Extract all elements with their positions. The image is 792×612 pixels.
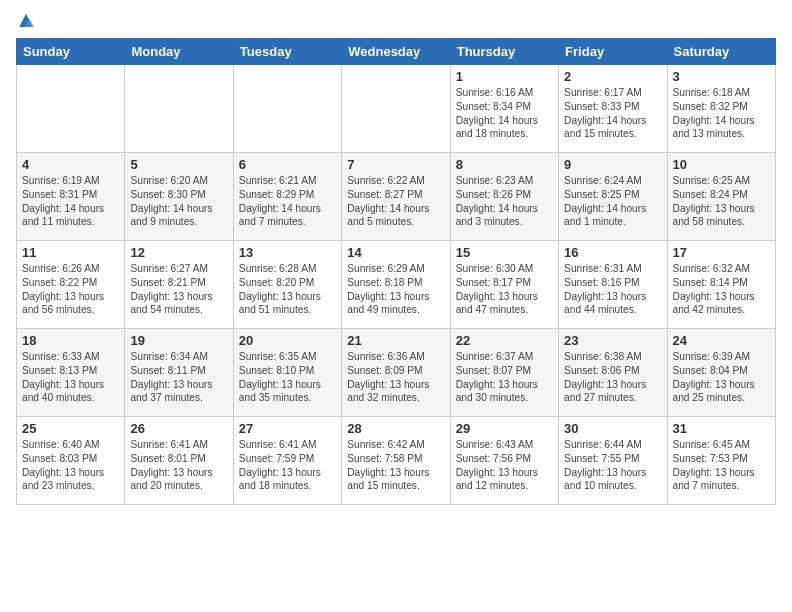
day-of-week-header: Saturday bbox=[667, 39, 775, 65]
day-number: 7 bbox=[347, 157, 444, 172]
calendar-cell: 21Sunrise: 6:36 AM Sunset: 8:09 PM Dayli… bbox=[342, 329, 450, 417]
day-number: 26 bbox=[130, 421, 227, 436]
calendar-cell: 13Sunrise: 6:28 AM Sunset: 8:20 PM Dayli… bbox=[233, 241, 341, 329]
calendar-cell: 16Sunrise: 6:31 AM Sunset: 8:16 PM Dayli… bbox=[559, 241, 667, 329]
day-info: Sunrise: 6:39 AM Sunset: 8:04 PM Dayligh… bbox=[673, 350, 770, 405]
calendar-cell: 10Sunrise: 6:25 AM Sunset: 8:24 PM Dayli… bbox=[667, 153, 775, 241]
day-number: 8 bbox=[456, 157, 553, 172]
day-number: 11 bbox=[22, 245, 119, 260]
day-info: Sunrise: 6:32 AM Sunset: 8:14 PM Dayligh… bbox=[673, 262, 770, 317]
day-info: Sunrise: 6:24 AM Sunset: 8:25 PM Dayligh… bbox=[564, 174, 661, 229]
day-info: Sunrise: 6:33 AM Sunset: 8:13 PM Dayligh… bbox=[22, 350, 119, 405]
day-info: Sunrise: 6:18 AM Sunset: 8:32 PM Dayligh… bbox=[673, 86, 770, 141]
day-of-week-header: Thursday bbox=[450, 39, 558, 65]
calendar-cell: 8Sunrise: 6:23 AM Sunset: 8:26 PM Daylig… bbox=[450, 153, 558, 241]
calendar-cell bbox=[342, 65, 450, 153]
day-of-week-header: Tuesday bbox=[233, 39, 341, 65]
logo bbox=[16, 12, 40, 32]
day-number: 19 bbox=[130, 333, 227, 348]
calendar-cell: 29Sunrise: 6:43 AM Sunset: 7:56 PM Dayli… bbox=[450, 417, 558, 505]
day-info: Sunrise: 6:26 AM Sunset: 8:22 PM Dayligh… bbox=[22, 262, 119, 317]
calendar-cell: 26Sunrise: 6:41 AM Sunset: 8:01 PM Dayli… bbox=[125, 417, 233, 505]
calendar-cell: 11Sunrise: 6:26 AM Sunset: 8:22 PM Dayli… bbox=[17, 241, 125, 329]
day-info: Sunrise: 6:22 AM Sunset: 8:27 PM Dayligh… bbox=[347, 174, 444, 229]
day-number: 14 bbox=[347, 245, 444, 260]
calendar-cell: 30Sunrise: 6:44 AM Sunset: 7:55 PM Dayli… bbox=[559, 417, 667, 505]
day-info: Sunrise: 6:25 AM Sunset: 8:24 PM Dayligh… bbox=[673, 174, 770, 229]
day-number: 18 bbox=[22, 333, 119, 348]
day-info: Sunrise: 6:29 AM Sunset: 8:18 PM Dayligh… bbox=[347, 262, 444, 317]
day-info: Sunrise: 6:35 AM Sunset: 8:10 PM Dayligh… bbox=[239, 350, 336, 405]
day-number: 5 bbox=[130, 157, 227, 172]
calendar-cell: 3Sunrise: 6:18 AM Sunset: 8:32 PM Daylig… bbox=[667, 65, 775, 153]
calendar-cell: 24Sunrise: 6:39 AM Sunset: 8:04 PM Dayli… bbox=[667, 329, 775, 417]
day-of-week-header: Monday bbox=[125, 39, 233, 65]
calendar-cell: 1Sunrise: 6:16 AM Sunset: 8:34 PM Daylig… bbox=[450, 65, 558, 153]
day-number: 16 bbox=[564, 245, 661, 260]
calendar-cell bbox=[125, 65, 233, 153]
day-number: 22 bbox=[456, 333, 553, 348]
calendar-cell: 7Sunrise: 6:22 AM Sunset: 8:27 PM Daylig… bbox=[342, 153, 450, 241]
day-info: Sunrise: 6:27 AM Sunset: 8:21 PM Dayligh… bbox=[130, 262, 227, 317]
calendar-cell: 4Sunrise: 6:19 AM Sunset: 8:31 PM Daylig… bbox=[17, 153, 125, 241]
calendar-cell: 6Sunrise: 6:21 AM Sunset: 8:29 PM Daylig… bbox=[233, 153, 341, 241]
header-row: SundayMondayTuesdayWednesdayThursdayFrid… bbox=[17, 39, 776, 65]
logo-area bbox=[16, 12, 40, 32]
day-info: Sunrise: 6:41 AM Sunset: 7:59 PM Dayligh… bbox=[239, 438, 336, 493]
calendar-cell: 31Sunrise: 6:45 AM Sunset: 7:53 PM Dayli… bbox=[667, 417, 775, 505]
day-info: Sunrise: 6:44 AM Sunset: 7:55 PM Dayligh… bbox=[564, 438, 661, 493]
day-number: 25 bbox=[22, 421, 119, 436]
day-info: Sunrise: 6:30 AM Sunset: 8:17 PM Dayligh… bbox=[456, 262, 553, 317]
day-number: 31 bbox=[673, 421, 770, 436]
header bbox=[16, 12, 776, 32]
day-info: Sunrise: 6:37 AM Sunset: 8:07 PM Dayligh… bbox=[456, 350, 553, 405]
day-info: Sunrise: 6:20 AM Sunset: 8:30 PM Dayligh… bbox=[130, 174, 227, 229]
calendar-cell: 17Sunrise: 6:32 AM Sunset: 8:14 PM Dayli… bbox=[667, 241, 775, 329]
calendar: SundayMondayTuesdayWednesdayThursdayFrid… bbox=[16, 38, 776, 505]
calendar-cell: 28Sunrise: 6:42 AM Sunset: 7:58 PM Dayli… bbox=[342, 417, 450, 505]
calendar-cell: 12Sunrise: 6:27 AM Sunset: 8:21 PM Dayli… bbox=[125, 241, 233, 329]
day-number: 21 bbox=[347, 333, 444, 348]
calendar-cell: 14Sunrise: 6:29 AM Sunset: 8:18 PM Dayli… bbox=[342, 241, 450, 329]
day-info: Sunrise: 6:38 AM Sunset: 8:06 PM Dayligh… bbox=[564, 350, 661, 405]
day-info: Sunrise: 6:19 AM Sunset: 8:31 PM Dayligh… bbox=[22, 174, 119, 229]
day-number: 1 bbox=[456, 69, 553, 84]
calendar-week-row: 4Sunrise: 6:19 AM Sunset: 8:31 PM Daylig… bbox=[17, 153, 776, 241]
calendar-cell: 9Sunrise: 6:24 AM Sunset: 8:25 PM Daylig… bbox=[559, 153, 667, 241]
day-info: Sunrise: 6:42 AM Sunset: 7:58 PM Dayligh… bbox=[347, 438, 444, 493]
calendar-cell: 19Sunrise: 6:34 AM Sunset: 8:11 PM Dayli… bbox=[125, 329, 233, 417]
day-number: 24 bbox=[673, 333, 770, 348]
day-number: 17 bbox=[673, 245, 770, 260]
day-number: 30 bbox=[564, 421, 661, 436]
day-info: Sunrise: 6:31 AM Sunset: 8:16 PM Dayligh… bbox=[564, 262, 661, 317]
day-of-week-header: Sunday bbox=[17, 39, 125, 65]
day-info: Sunrise: 6:23 AM Sunset: 8:26 PM Dayligh… bbox=[456, 174, 553, 229]
calendar-cell: 23Sunrise: 6:38 AM Sunset: 8:06 PM Dayli… bbox=[559, 329, 667, 417]
day-number: 10 bbox=[673, 157, 770, 172]
calendar-cell: 2Sunrise: 6:17 AM Sunset: 8:33 PM Daylig… bbox=[559, 65, 667, 153]
day-number: 3 bbox=[673, 69, 770, 84]
day-number: 15 bbox=[456, 245, 553, 260]
day-number: 20 bbox=[239, 333, 336, 348]
calendar-cell: 18Sunrise: 6:33 AM Sunset: 8:13 PM Dayli… bbox=[17, 329, 125, 417]
day-info: Sunrise: 6:16 AM Sunset: 8:34 PM Dayligh… bbox=[456, 86, 553, 141]
day-number: 27 bbox=[239, 421, 336, 436]
day-number: 23 bbox=[564, 333, 661, 348]
calendar-cell: 27Sunrise: 6:41 AM Sunset: 7:59 PM Dayli… bbox=[233, 417, 341, 505]
calendar-cell: 22Sunrise: 6:37 AM Sunset: 8:07 PM Dayli… bbox=[450, 329, 558, 417]
calendar-body: 1Sunrise: 6:16 AM Sunset: 8:34 PM Daylig… bbox=[17, 65, 776, 505]
day-info: Sunrise: 6:36 AM Sunset: 8:09 PM Dayligh… bbox=[347, 350, 444, 405]
day-info: Sunrise: 6:17 AM Sunset: 8:33 PM Dayligh… bbox=[564, 86, 661, 141]
calendar-header: SundayMondayTuesdayWednesdayThursdayFrid… bbox=[17, 39, 776, 65]
calendar-cell bbox=[17, 65, 125, 153]
day-number: 29 bbox=[456, 421, 553, 436]
day-number: 2 bbox=[564, 69, 661, 84]
calendar-cell: 20Sunrise: 6:35 AM Sunset: 8:10 PM Dayli… bbox=[233, 329, 341, 417]
day-of-week-header: Wednesday bbox=[342, 39, 450, 65]
day-number: 13 bbox=[239, 245, 336, 260]
calendar-week-row: 1Sunrise: 6:16 AM Sunset: 8:34 PM Daylig… bbox=[17, 65, 776, 153]
calendar-cell: 15Sunrise: 6:30 AM Sunset: 8:17 PM Dayli… bbox=[450, 241, 558, 329]
day-info: Sunrise: 6:34 AM Sunset: 8:11 PM Dayligh… bbox=[130, 350, 227, 405]
logo-icon bbox=[16, 12, 36, 32]
day-info: Sunrise: 6:40 AM Sunset: 8:03 PM Dayligh… bbox=[22, 438, 119, 493]
